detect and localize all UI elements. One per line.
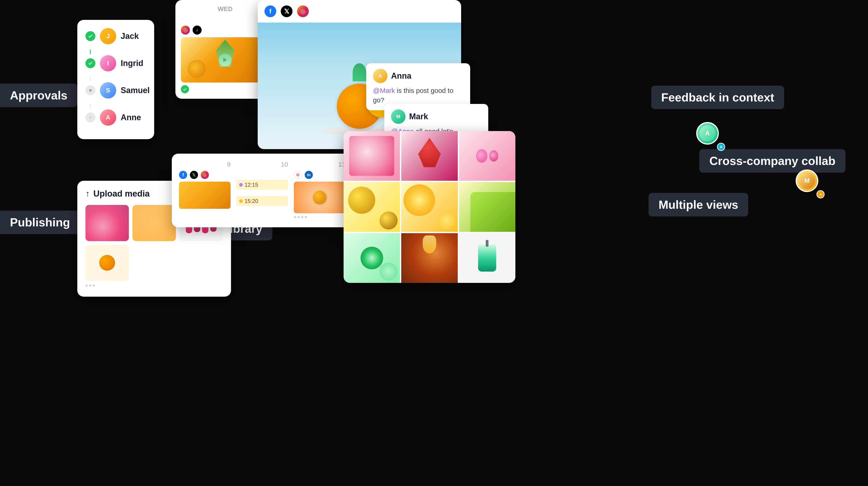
cal-col-11: 11 G in	[291, 158, 348, 223]
dot-row-11	[294, 216, 345, 218]
social-icons-row-1: ◎ ♪	[181, 26, 270, 35]
upload-title: ↑ Upload media	[86, 189, 150, 199]
approval-name-anne: Anne	[121, 113, 141, 122]
gallery-cell-5	[401, 182, 458, 232]
approval-item-ingrid: I Ingrid	[86, 55, 146, 71]
upload-title-text: Upload media	[93, 189, 150, 199]
media-thumb-2[interactable]	[132, 205, 176, 241]
avatar-pointer-1: A	[696, 122, 723, 149]
svg-marker-6	[819, 193, 822, 194]
calendar-post-image	[181, 37, 270, 83]
linkedin-icon-11: in	[305, 171, 313, 179]
approval-item-jack: J Jack	[86, 28, 146, 44]
avatar-ingrid: I	[100, 55, 116, 71]
gallery-cell-6	[459, 182, 515, 232]
fb-icon-9: f	[179, 171, 187, 179]
approval-name-ingrid: Ingrid	[121, 59, 143, 68]
pending-icon-samuel	[86, 86, 95, 95]
twitter-icon-preview: 𝕏	[281, 5, 292, 17]
mark-comment-header: M Mark	[391, 109, 482, 124]
feedback-badge: Feedback in context	[651, 86, 784, 109]
gallery-cell-9	[459, 233, 515, 283]
gallery-cell-4	[344, 182, 400, 232]
social-icons-9: f 𝕏 ◎	[179, 171, 230, 179]
svg-point-0	[89, 89, 92, 92]
avatar-mark-comment: M	[391, 109, 405, 124]
instagram-icon: ◎	[181, 26, 190, 35]
ig-icon-9: ◎	[201, 171, 209, 179]
avatar-jack: J	[100, 28, 116, 44]
avatar-pointer-2: M	[796, 169, 823, 197]
comment-bubble-anna: A Anna @Mark is this post good to go?	[366, 63, 470, 110]
thumb-label-1	[86, 283, 129, 289]
gallery-cell-2	[401, 131, 458, 181]
timeline-line-3	[90, 104, 91, 108]
media-thumb-4[interactable]	[86, 245, 129, 281]
cal-post-img-11	[294, 182, 345, 213]
approval-item-anne: A Anne	[86, 109, 146, 126]
media-gallery-grid	[344, 131, 515, 283]
timeline-line-1	[90, 50, 91, 54]
time-1-text: 12:15	[245, 182, 258, 188]
calendar-day-label: WED	[181, 5, 270, 13]
svg-point-5	[720, 146, 721, 147]
calendar-section-2: 9 f 𝕏 ◎ 10 12:15 15:20	[172, 154, 352, 227]
pending-icon-anne	[86, 112, 95, 123]
cal-post-img-9	[179, 182, 230, 209]
tw-icon-9: 𝕏	[190, 171, 198, 179]
approval-name-jack: Jack	[121, 31, 139, 41]
upload-icon: ↑	[86, 189, 90, 199]
post-check-circle	[181, 85, 189, 93]
media-thumb-1[interactable]	[86, 205, 129, 241]
svg-point-1	[89, 116, 92, 119]
social-icons-11: G in	[294, 171, 345, 179]
check-icon-jack	[86, 31, 95, 41]
publishing-badge: Publishing	[0, 210, 80, 234]
avatar-anna-comment: A	[373, 69, 388, 83]
approval-name-samuel: Samuel	[121, 86, 150, 95]
avatar-samuel: S	[100, 82, 116, 98]
anna-mention: @Mark	[373, 87, 395, 94]
gallery-cell-8	[401, 233, 458, 283]
gallery-cell-7	[344, 233, 400, 283]
time-slot-1: 12:15	[237, 180, 288, 190]
time-2-text: 15:20	[245, 198, 258, 204]
google-icon-11: G	[294, 171, 302, 179]
svg-marker-7	[819, 194, 822, 195]
cal-col-9: 9 f 𝕏 ◎	[176, 158, 233, 223]
facebook-icon-preview: f	[265, 5, 276, 17]
cal-col-10: 10 12:15 15:20	[234, 158, 291, 223]
check-icon-ingrid	[86, 58, 95, 68]
timeline-line-2	[90, 77, 91, 82]
instagram-icon-preview: ◎	[297, 5, 309, 17]
approvals-card: J Jack I Ingrid S Samuel A Anne	[77, 20, 154, 139]
calendar-date: 2	[181, 14, 270, 23]
cal-date-11: 11	[294, 161, 345, 168]
anna-name: Anna	[391, 71, 411, 80]
time-dot-1	[239, 183, 243, 187]
avatar-anne: A	[100, 109, 116, 126]
time-slot-2: 15:20	[237, 196, 288, 206]
mark-name: Mark	[409, 112, 428, 121]
multipleviews-badge: Multiple views	[649, 193, 748, 217]
approvals-badge: Approvals	[0, 84, 77, 107]
gallery-cell-1	[344, 131, 400, 181]
anna-comment-header: A Anna	[373, 69, 463, 83]
post-preview-header: f 𝕏 ◎	[258, 0, 461, 23]
crosscompany-badge: Cross-company collab	[700, 149, 845, 173]
cal-date-10: 10	[237, 161, 288, 168]
tiktok-icon: ♪	[193, 26, 202, 35]
gallery-cell-3	[459, 131, 515, 181]
media-gallery-card	[344, 131, 515, 283]
anna-comment-text: @Mark is this post good to go?	[373, 86, 463, 105]
calendar-cols: 9 f 𝕏 ◎ 10 12:15 15:20	[176, 158, 348, 223]
approval-item-samuel: S Samuel	[86, 82, 146, 98]
time-dot-2	[239, 199, 243, 203]
cal-date-9: 9	[179, 161, 230, 168]
